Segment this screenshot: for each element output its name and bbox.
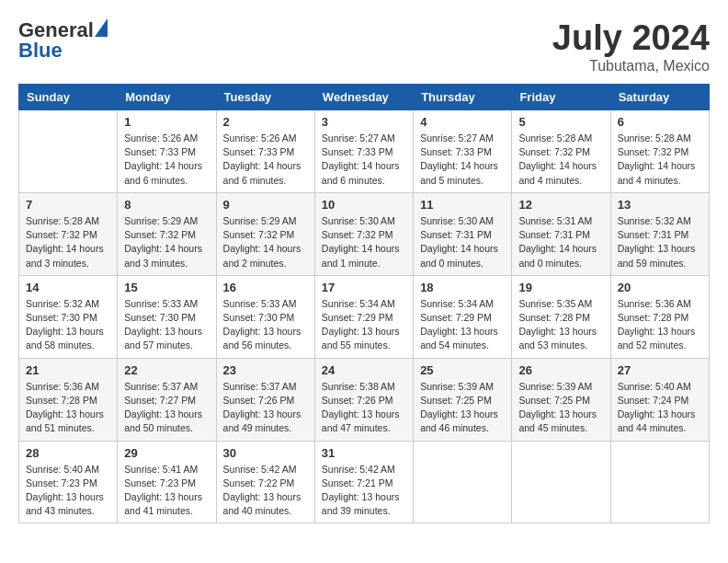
calendar-day-cell: 27Sunrise: 5:40 AM Sunset: 7:24 PM Dayli…	[610, 358, 709, 441]
calendar-day-cell: 26Sunrise: 5:39 AM Sunset: 7:25 PM Dayli…	[512, 358, 610, 441]
day-info: Sunrise: 5:26 AM Sunset: 7:33 PM Dayligh…	[124, 132, 209, 188]
calendar-week-row: 7Sunrise: 5:28 AM Sunset: 7:32 PM Daylig…	[19, 192, 710, 275]
day-info: Sunrise: 5:39 AM Sunset: 7:25 PM Dayligh…	[518, 380, 603, 436]
day-info: Sunrise: 5:34 AM Sunset: 7:29 PM Dayligh…	[420, 297, 505, 353]
calendar-day-cell: 25Sunrise: 5:39 AM Sunset: 7:25 PM Dayli…	[414, 358, 512, 441]
day-number: 26	[518, 363, 603, 377]
calendar-day-cell: 5Sunrise: 5:28 AM Sunset: 7:32 PM Daylig…	[512, 110, 610, 193]
calendar-day-header: Thursday	[414, 85, 512, 110]
calendar-week-row: 14Sunrise: 5:32 AM Sunset: 7:30 PM Dayli…	[19, 275, 710, 358]
calendar-day-header: Tuesday	[216, 85, 314, 110]
day-number: 17	[322, 281, 406, 294]
calendar-day-cell: 10Sunrise: 5:30 AM Sunset: 7:32 PM Dayli…	[314, 192, 413, 275]
calendar-day-cell: 16Sunrise: 5:33 AM Sunset: 7:30 PM Dayli…	[216, 275, 314, 358]
day-number: 24	[322, 363, 406, 377]
calendar-day-cell: 7Sunrise: 5:28 AM Sunset: 7:32 PM Daylig…	[19, 192, 118, 275]
calendar-table: SundayMondayTuesdayWednesdayThursdayFrid…	[18, 84, 710, 523]
calendar-week-row: 1Sunrise: 5:26 AM Sunset: 7:33 PM Daylig…	[19, 110, 710, 193]
day-info: Sunrise: 5:38 AM Sunset: 7:26 PM Dayligh…	[322, 380, 406, 436]
day-number: 3	[322, 115, 406, 129]
calendar-day-cell: 22Sunrise: 5:37 AM Sunset: 7:27 PM Dayli…	[118, 358, 216, 441]
day-number: 4	[420, 115, 505, 129]
calendar-day-header: Friday	[512, 85, 610, 110]
day-info: Sunrise: 5:29 AM Sunset: 7:32 PM Dayligh…	[124, 214, 209, 270]
calendar-day-cell: 28Sunrise: 5:40 AM Sunset: 7:23 PM Dayli…	[19, 441, 118, 523]
day-info: Sunrise: 5:27 AM Sunset: 7:33 PM Dayligh…	[322, 132, 406, 188]
day-number: 13	[618, 198, 702, 212]
day-info: Sunrise: 5:32 AM Sunset: 7:31 PM Dayligh…	[618, 214, 702, 270]
day-info: Sunrise: 5:37 AM Sunset: 7:27 PM Dayligh…	[124, 380, 209, 436]
calendar-day-cell: 29Sunrise: 5:41 AM Sunset: 7:23 PM Dayli…	[118, 441, 216, 523]
day-number: 2	[223, 115, 308, 129]
day-info: Sunrise: 5:28 AM Sunset: 7:32 PM Dayligh…	[518, 132, 603, 188]
calendar-day-cell: 31Sunrise: 5:42 AM Sunset: 7:21 PM Dayli…	[314, 441, 413, 523]
calendar-day-cell: 23Sunrise: 5:37 AM Sunset: 7:26 PM Dayli…	[216, 358, 314, 441]
day-number: 31	[322, 446, 406, 460]
day-info: Sunrise: 5:37 AM Sunset: 7:26 PM Dayligh…	[223, 380, 308, 436]
day-info: Sunrise: 5:34 AM Sunset: 7:29 PM Dayligh…	[322, 297, 406, 353]
day-info: Sunrise: 5:31 AM Sunset: 7:31 PM Dayligh…	[518, 214, 603, 270]
page-header: General Blue July 2024 Tubutama, Mexico	[18, 18, 710, 75]
title-block: July 2024 Tubutama, Mexico	[552, 18, 710, 75]
day-number: 14	[26, 281, 110, 294]
day-info: Sunrise: 5:36 AM Sunset: 7:28 PM Dayligh…	[26, 380, 110, 436]
day-number: 21	[26, 363, 110, 377]
calendar-day-cell: 4Sunrise: 5:27 AM Sunset: 7:33 PM Daylig…	[414, 110, 512, 193]
day-number: 11	[420, 198, 505, 212]
calendar-day-cell: 18Sunrise: 5:34 AM Sunset: 7:29 PM Dayli…	[414, 275, 512, 358]
day-number: 1	[124, 115, 209, 129]
day-number: 10	[322, 198, 406, 212]
day-info: Sunrise: 5:33 AM Sunset: 7:30 PM Dayligh…	[223, 297, 308, 353]
calendar-day-cell: 6Sunrise: 5:28 AM Sunset: 7:32 PM Daylig…	[610, 110, 709, 193]
day-info: Sunrise: 5:33 AM Sunset: 7:30 PM Dayligh…	[124, 297, 209, 353]
day-info: Sunrise: 5:36 AM Sunset: 7:28 PM Dayligh…	[618, 297, 702, 353]
calendar-location: Tubutama, Mexico	[552, 58, 710, 75]
calendar-day-cell: 3Sunrise: 5:27 AM Sunset: 7:33 PM Daylig…	[314, 110, 413, 193]
calendar-day-cell: 14Sunrise: 5:32 AM Sunset: 7:30 PM Dayli…	[19, 275, 118, 358]
day-info: Sunrise: 5:42 AM Sunset: 7:21 PM Dayligh…	[322, 463, 406, 519]
logo-blue: Blue	[18, 39, 63, 63]
calendar-day-cell: 24Sunrise: 5:38 AM Sunset: 7:26 PM Dayli…	[314, 358, 413, 441]
calendar-week-row: 21Sunrise: 5:36 AM Sunset: 7:28 PM Dayli…	[19, 358, 710, 441]
calendar-day-cell: 19Sunrise: 5:35 AM Sunset: 7:28 PM Dayli…	[512, 275, 610, 358]
calendar-day-cell: 2Sunrise: 5:26 AM Sunset: 7:33 PM Daylig…	[216, 110, 314, 193]
day-number: 20	[618, 281, 702, 294]
day-info: Sunrise: 5:32 AM Sunset: 7:30 PM Dayligh…	[26, 297, 110, 353]
calendar-day-cell: 21Sunrise: 5:36 AM Sunset: 7:28 PM Dayli…	[19, 358, 118, 441]
day-info: Sunrise: 5:42 AM Sunset: 7:22 PM Dayligh…	[223, 463, 308, 519]
day-number: 28	[26, 446, 110, 460]
day-info: Sunrise: 5:27 AM Sunset: 7:33 PM Dayligh…	[420, 132, 505, 188]
calendar-title: July 2024	[552, 18, 710, 58]
day-info: Sunrise: 5:35 AM Sunset: 7:28 PM Dayligh…	[518, 297, 603, 353]
day-info: Sunrise: 5:40 AM Sunset: 7:23 PM Dayligh…	[26, 463, 110, 519]
logo: General Blue	[18, 18, 108, 63]
calendar-day-header: Wednesday	[314, 85, 413, 110]
day-number: 16	[223, 281, 308, 294]
day-number: 5	[518, 115, 603, 129]
calendar-day-header: Sunday	[19, 85, 118, 110]
calendar-day-header: Monday	[118, 85, 216, 110]
logo-triangle	[95, 18, 108, 37]
calendar-header-row: SundayMondayTuesdayWednesdayThursdayFrid…	[19, 85, 710, 110]
day-number: 22	[124, 363, 209, 377]
calendar-day-cell	[19, 110, 118, 193]
day-number: 7	[26, 198, 110, 212]
calendar-day-header: Saturday	[610, 85, 709, 110]
day-info: Sunrise: 5:26 AM Sunset: 7:33 PM Dayligh…	[223, 132, 308, 188]
day-number: 6	[618, 115, 702, 129]
calendar-day-cell: 13Sunrise: 5:32 AM Sunset: 7:31 PM Dayli…	[610, 192, 709, 275]
day-number: 8	[124, 198, 209, 212]
calendar-day-cell: 15Sunrise: 5:33 AM Sunset: 7:30 PM Dayli…	[118, 275, 216, 358]
day-info: Sunrise: 5:28 AM Sunset: 7:32 PM Dayligh…	[26, 214, 110, 270]
day-number: 30	[223, 446, 308, 460]
day-info: Sunrise: 5:41 AM Sunset: 7:23 PM Dayligh…	[124, 463, 209, 519]
day-info: Sunrise: 5:39 AM Sunset: 7:25 PM Dayligh…	[420, 380, 505, 436]
day-number: 18	[420, 281, 505, 294]
calendar-day-cell: 9Sunrise: 5:29 AM Sunset: 7:32 PM Daylig…	[216, 192, 314, 275]
calendar-day-cell: 30Sunrise: 5:42 AM Sunset: 7:22 PM Dayli…	[216, 441, 314, 523]
day-number: 19	[518, 281, 603, 294]
calendar-day-cell: 11Sunrise: 5:30 AM Sunset: 7:31 PM Dayli…	[414, 192, 512, 275]
calendar-day-cell	[512, 441, 610, 523]
day-number: 23	[223, 363, 308, 377]
day-info: Sunrise: 5:29 AM Sunset: 7:32 PM Dayligh…	[223, 214, 308, 270]
